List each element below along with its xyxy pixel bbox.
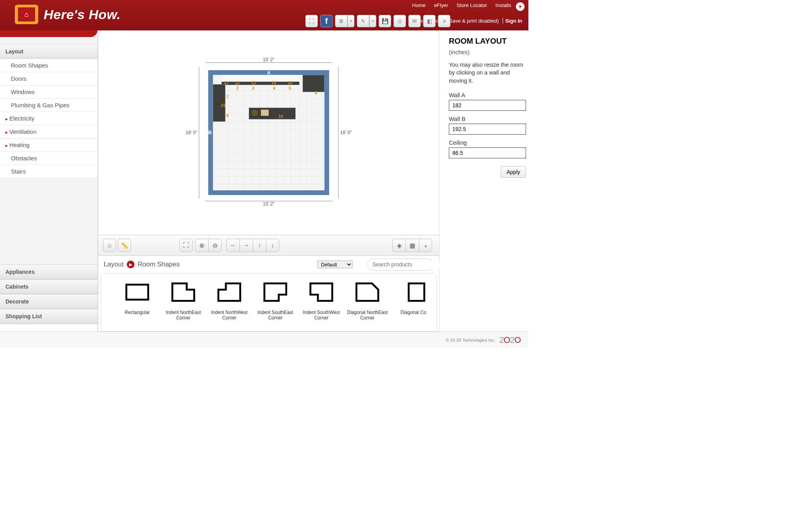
breadcrumb-bar: Layout ▶ Room Shapes Default 🔍 (98, 256, 439, 273)
sidebar-item[interactable]: Ventilation (0, 125, 97, 138)
marker: 7 (226, 94, 229, 99)
marker: 4 (273, 86, 275, 90)
list-icon[interactable]: ≡ (438, 15, 450, 27)
marker: 21 (221, 103, 225, 108)
shape-option[interactable]: Indent NorthWest Corner (206, 277, 252, 331)
shape-option[interactable]: Diagonal NorthEast Corner (344, 277, 390, 331)
nav-home[interactable]: Home (412, 2, 426, 8)
document-dropdown[interactable]: ▾ (347, 15, 354, 27)
floor[interactable]: A B 11 12 13 14 15 2 3 4 5 6 (208, 70, 329, 195)
shape-option[interactable]: Indent NorthEast Corner (160, 277, 206, 331)
marker: 10 (278, 114, 283, 119)
nav-eflyer[interactable]: eFlyer (434, 2, 448, 8)
header-toolbar: ⛶ f 🗎 ▾ ✎ ▾ 💾 ⎙ ✉ ◧ ≡ (305, 15, 450, 27)
print-icon[interactable]: ⎙ (393, 15, 406, 27)
signin-link[interactable]: Sign In (505, 18, 522, 24)
facebook-icon[interactable]: f (320, 15, 333, 27)
canvas-toolbar: ⌂ 📏 ⛶ ⊕ ⊖ ← → ↑ ↓ ◈ ▦ ▴ (98, 235, 439, 256)
dimension-left: 16' 0" (186, 130, 197, 135)
3d-view-button[interactable]: ◈ (392, 239, 406, 252)
ceiling-label: Ceiling (449, 139, 526, 146)
sidebar-item[interactable]: Windows (0, 85, 97, 99)
country-icon[interactable]: ✦ (516, 2, 524, 11)
search-input[interactable] (372, 261, 441, 268)
sidebar-group-appliances[interactable]: Appliances (0, 264, 97, 279)
pan-down-button[interactable]: ↓ (266, 239, 279, 252)
nav-installs[interactable]: Installs (496, 2, 511, 8)
email-icon[interactable]: ✉ (408, 15, 421, 27)
panel-title: ROOM LAYOUT (449, 37, 526, 46)
collapse-button[interactable]: ▴ (419, 239, 432, 252)
dimension-right: 16' 0" (340, 130, 352, 135)
logo-text: Here's How. (44, 7, 121, 22)
apply-button[interactable]: Apply (501, 166, 526, 178)
breadcrumb-current: Room Shapes (138, 261, 180, 268)
edit-icon[interactable]: ✎ (357, 15, 369, 27)
measure-button[interactable]: 📏 (118, 239, 131, 252)
fullscreen-icon[interactable]: ⛶ (305, 15, 318, 27)
footer: © 20-20 Technologies Inc. 2O2O (0, 332, 528, 348)
fit-button[interactable]: ⛶ (179, 239, 193, 252)
wall-a-label: Wall A (449, 92, 526, 98)
nav-store-locator[interactable]: Store Locator (457, 2, 487, 8)
logo[interactable]: ⌂ Here's How. (15, 5, 121, 24)
marker: 13 (251, 80, 256, 85)
marker: 12 (235, 80, 239, 85)
svg-rect-0 (126, 285, 148, 300)
fixture-icon[interactable] (260, 109, 269, 116)
document-icon[interactable]: 🗎 (335, 15, 347, 27)
panel-icon[interactable]: ◧ (423, 15, 436, 27)
save-icon[interactable]: 💾 (379, 15, 391, 27)
sidebar-group-decorate[interactable]: Decorate (0, 294, 97, 309)
marker: 5 (289, 86, 291, 90)
ceiling-input[interactable] (449, 147, 526, 158)
pan-up-button[interactable]: ↑ (253, 239, 266, 252)
sidebar-item[interactable]: Doors (0, 72, 97, 85)
wall-b-input[interactable] (449, 124, 526, 135)
cabinet-top-right[interactable] (303, 75, 324, 92)
pan-right-button[interactable]: → (239, 239, 253, 252)
grid-button[interactable]: ▦ (406, 239, 419, 252)
sidebar-group-cabinets[interactable]: Cabinets (0, 279, 97, 294)
wall-a-input[interactable] (449, 100, 526, 111)
active-tab-indicator (0, 30, 97, 37)
top-nav: Home eFlyer Store Locator Installs (405, 2, 511, 8)
sidebar-item[interactable]: Electricity (0, 112, 97, 125)
sidebar-item[interactable]: Stairs (0, 165, 97, 178)
sidebar-item[interactable]: Plumbing & Gas Pipes (0, 99, 97, 112)
pan-left-button[interactable]: ← (226, 239, 239, 252)
sidebar-item[interactable]: Heating (0, 138, 97, 152)
shapes-palette: RectangularIndent NorthEast CornerIndent… (101, 273, 437, 332)
shape-option[interactable]: Indent SouthEast Corner (252, 277, 298, 331)
marker: 8 (226, 113, 229, 118)
sidebar-group-layout[interactable]: Layout (0, 44, 97, 59)
zoom-out-button[interactable]: ⊖ (208, 239, 221, 252)
vendor-logo: 2O2O (499, 335, 521, 345)
shape-option[interactable]: Diagonal Co (390, 277, 436, 331)
wall-label-b: B (208, 130, 212, 135)
logo-icon: ⌂ (18, 7, 35, 21)
canvas-area: 15' 2" 15' 2" 16' 0" 16' 0" A B 11 12 13… (98, 30, 439, 332)
marker: 11 (224, 80, 229, 85)
sidebar-group-shopping[interactable]: Shopping List (0, 309, 97, 324)
shape-option[interactable]: Rectangular (114, 277, 160, 331)
sidebar-item[interactable]: Room Shapes (0, 59, 97, 72)
panel-description: You may also resize the room by clicking… (449, 61, 526, 85)
marker: 2 (236, 86, 239, 90)
wall-b-label: Wall B (449, 115, 526, 122)
search-box[interactable]: 🔍 (367, 259, 434, 271)
breadcrumb-root[interactable]: Layout (104, 261, 124, 268)
filter-select[interactable]: Default (317, 261, 353, 268)
sidebar-item[interactable]: Obstacles (0, 152, 97, 165)
panel-units: (inches) (449, 49, 526, 55)
marker: 14 (271, 80, 276, 85)
zoom-in-button[interactable]: ⊕ (195, 239, 208, 252)
home-button[interactable]: ⌂ (103, 239, 116, 252)
edit-dropdown[interactable]: ▾ (369, 15, 376, 27)
app-header: ⌂ Here's How. Home eFlyer Store Locator … (0, 0, 528, 30)
marker: 15 (288, 80, 292, 85)
fixture-icon[interactable] (251, 109, 258, 116)
shape-option[interactable]: Indent SouthWest Corner (298, 277, 344, 331)
main-area: Layout Room ShapesDoorsWindowsPlumbing &… (0, 30, 528, 332)
floorplan-canvas[interactable]: 15' 2" 15' 2" 16' 0" 16' 0" A B 11 12 13… (98, 30, 439, 235)
